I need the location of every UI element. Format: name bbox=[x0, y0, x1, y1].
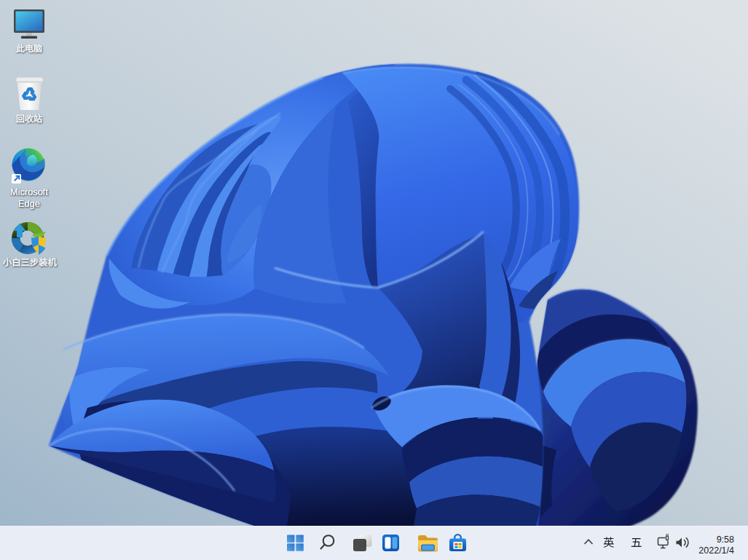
svg-text:9:58: 9:58 bbox=[717, 535, 734, 545]
svg-text:2022/1/4: 2022/1/4 bbox=[698, 545, 734, 556]
svg-text:Edge: Edge bbox=[18, 198, 40, 209]
svg-text:Microsoft: Microsoft bbox=[10, 186, 48, 197]
